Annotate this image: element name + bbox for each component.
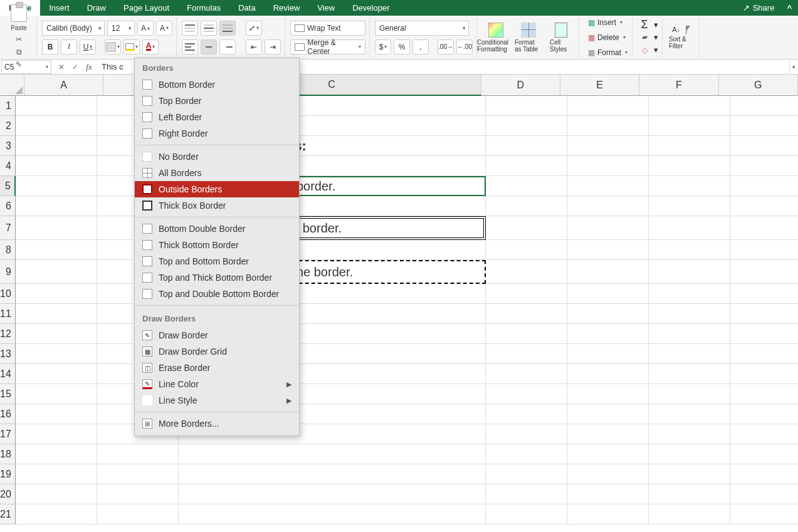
cell-d16[interactable]	[486, 404, 567, 424]
cell-f14[interactable]	[649, 364, 730, 384]
bold-button[interactable]: B	[42, 39, 58, 55]
cell-g10[interactable]	[730, 284, 798, 304]
cell-d1[interactable]	[486, 96, 567, 116]
cell-d15[interactable]	[486, 384, 567, 404]
cell-e11[interactable]	[567, 304, 649, 324]
cell-g3[interactable]	[730, 136, 798, 156]
cell-a20[interactable]	[16, 484, 97, 504]
orientation-button[interactable]: ⤢▾	[246, 21, 262, 36]
format-cells-button[interactable]: Format▾	[584, 45, 628, 60]
cell-g18[interactable]	[730, 444, 798, 464]
row-header-19[interactable]: 19	[0, 464, 16, 484]
autosum-dropdown[interactable]: ▾	[654, 20, 658, 29]
cell-f10[interactable]	[649, 284, 730, 304]
cell-g17[interactable]	[730, 424, 798, 444]
row-header-2[interactable]: 2	[0, 116, 16, 136]
cell-a6[interactable]	[16, 196, 97, 216]
fill-button[interactable]	[638, 31, 651, 43]
menu-line-style[interactable]: Line Style▶	[135, 392, 299, 409]
cell-d10[interactable]	[486, 284, 567, 304]
row-header-15[interactable]: 15	[0, 384, 16, 404]
increase-indent-button[interactable]: ⇥	[265, 39, 281, 55]
row-header-1[interactable]: 1	[0, 96, 16, 116]
cell-d4[interactable]	[486, 156, 567, 176]
menu-bottom-border[interactable]: Bottom Border	[135, 76, 299, 93]
cell-f2[interactable]	[649, 116, 730, 136]
tab-developer[interactable]: Developer	[344, 0, 398, 16]
cell-g6[interactable]	[730, 196, 798, 216]
cell-d2[interactable]	[486, 116, 567, 136]
cell-e15[interactable]	[567, 384, 649, 404]
menu-top-border[interactable]: Top Border	[135, 93, 299, 109]
cell-e10[interactable]	[567, 284, 649, 304]
cell-e4[interactable]	[567, 156, 649, 176]
clear-button[interactable]	[638, 44, 651, 56]
increase-font-button[interactable]: A▴	[137, 21, 154, 36]
cell-c19[interactable]	[179, 464, 486, 484]
menu-erase-border[interactable]: ◫Erase Border	[135, 360, 299, 376]
cell-f20[interactable]	[649, 484, 730, 504]
collapse-ribbon[interactable]	[780, 0, 798, 16]
cell-c20[interactable]	[179, 484, 486, 504]
cell-f19[interactable]	[649, 464, 730, 484]
cell-g19[interactable]	[730, 464, 798, 484]
cell-e14[interactable]	[567, 364, 649, 384]
row-header-9[interactable]: 9	[0, 260, 16, 284]
cell-a9[interactable]	[16, 260, 97, 284]
row-header-7[interactable]: 7	[0, 216, 16, 240]
select-all-corner[interactable]	[0, 75, 24, 96]
cell-e2[interactable]	[567, 116, 649, 136]
cell-g13[interactable]	[730, 344, 798, 364]
cell-e12[interactable]	[567, 324, 649, 344]
row-header-11[interactable]: 11	[0, 304, 16, 324]
cell-f15[interactable]	[649, 384, 730, 404]
cell-b19[interactable]	[97, 464, 179, 484]
cell-f12[interactable]	[649, 324, 730, 344]
cell-e7[interactable]	[567, 216, 649, 240]
tab-draw[interactable]: Draw	[78, 0, 115, 16]
tab-data[interactable]: Data	[229, 0, 264, 16]
clear-dropdown[interactable]: ▾	[654, 45, 658, 55]
menu-top-thick-bottom-border[interactable]: Top and Thick Bottom Border	[135, 269, 299, 286]
align-center-button[interactable]	[201, 39, 217, 55]
cell-a2[interactable]	[16, 116, 97, 136]
cell-e16[interactable]	[567, 404, 649, 424]
cell-a19[interactable]	[16, 464, 97, 484]
row-header-6[interactable]: 6	[0, 196, 16, 216]
tab-page-layout[interactable]: Page Layout	[115, 0, 178, 16]
menu-right-border[interactable]: Right Border	[135, 125, 299, 142]
format-as-table-button[interactable]: Format as Table	[515, 21, 542, 54]
align-left-button[interactable]	[182, 39, 198, 55]
cell-f16[interactable]	[649, 404, 730, 424]
col-header-e[interactable]: E	[560, 75, 639, 96]
cell-f21[interactable]	[649, 504, 730, 524]
currency-button[interactable]: $▾	[375, 39, 391, 55]
row-header-13[interactable]: 13	[0, 344, 16, 364]
cell-a3[interactable]	[16, 136, 97, 156]
cell-a15[interactable]	[16, 384, 97, 404]
cell-f4[interactable]	[649, 156, 730, 176]
cell-d21[interactable]	[486, 504, 567, 524]
cell-g5[interactable]	[730, 176, 798, 196]
col-header-d[interactable]: D	[481, 75, 560, 96]
cell-d11[interactable]	[486, 304, 567, 324]
decrease-decimal-button[interactable]: ←.00	[456, 39, 473, 55]
row-header-12[interactable]: 12	[0, 324, 16, 344]
cell-d20[interactable]	[486, 484, 567, 504]
cell-a16[interactable]	[16, 404, 97, 424]
cell-d17[interactable]	[486, 424, 567, 444]
cell-e18[interactable]	[567, 444, 649, 464]
decrease-font-button[interactable]: A▾	[156, 21, 172, 36]
cell-a11[interactable]	[16, 304, 97, 324]
cell-a17[interactable]	[16, 424, 97, 444]
menu-thick-bottom-border[interactable]: Thick Bottom Border	[135, 237, 299, 253]
cell-g16[interactable]	[730, 404, 798, 424]
copy-button[interactable]	[12, 46, 26, 58]
cell-g1[interactable]	[730, 96, 798, 116]
cell-f8[interactable]	[649, 240, 730, 260]
formula-expand[interactable]: ▾	[789, 60, 798, 74]
cell-g8[interactable]	[730, 240, 798, 260]
row-header-20[interactable]: 20	[0, 484, 16, 504]
cell-g14[interactable]	[730, 364, 798, 384]
row-header-4[interactable]: 4	[0, 156, 16, 176]
